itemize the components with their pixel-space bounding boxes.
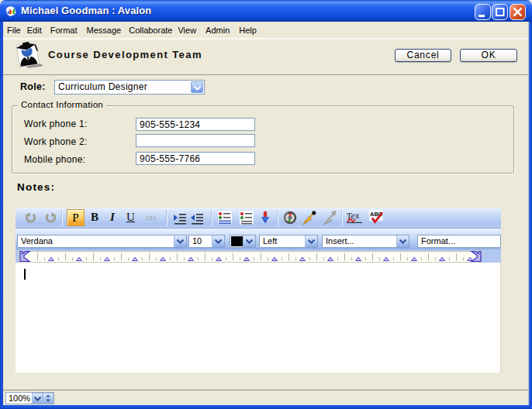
svg-text:Tex: Tex: [346, 210, 360, 222]
